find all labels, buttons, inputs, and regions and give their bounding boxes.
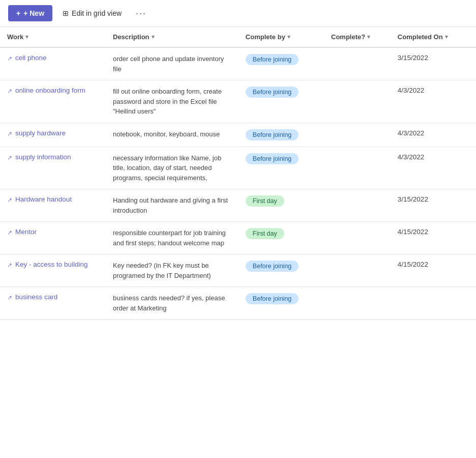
description-cell: Key needed? (in FK key must be programed… [106, 254, 239, 287]
table-row: ↗ cell phone order cell phone and update… [0, 47, 476, 80]
task-icon: ↗ [7, 88, 12, 95]
complete-by-badge: First day [246, 195, 284, 207]
more-icon: ··· [136, 8, 146, 18]
description-cell: fill out online onboarding form, create … [106, 80, 239, 123]
task-link[interactable]: online onboarding form [15, 87, 85, 94]
complete-by-badge: Before joining [246, 293, 299, 304]
task-icon: ↗ [7, 130, 12, 137]
table-row: ↗ supply information necessary informati… [0, 147, 476, 189]
work-sort-icon: ▾ [25, 34, 28, 40]
work-cell: ↗ business card [0, 287, 106, 320]
task-icon: ↗ [7, 262, 12, 269]
col-header-completed-on[interactable]: Completed On ▾ [391, 27, 476, 47]
work-cell: ↗ supply hardware [0, 123, 106, 147]
description-cell: business cards needed? if yes, please or… [106, 287, 239, 320]
complete-by-badge: Before joining [246, 153, 299, 164]
work-cell: ↗ cell phone [0, 47, 106, 80]
work-cell: ↗ supply information [0, 147, 106, 189]
completed-on-cell: 4/3/2022 [391, 80, 476, 123]
work-cell: ↗ Mentor [0, 222, 106, 254]
complete-cell [324, 80, 391, 123]
plus-icon: + [16, 9, 20, 17]
new-button[interactable]: + + New [8, 5, 52, 21]
completed-on-cell: 4/3/2022 [391, 123, 476, 147]
toolbar: + + New ⊞ Edit in grid view ··· [0, 0, 476, 27]
col-header-complete-by[interactable]: Complete by ▾ [239, 27, 324, 47]
complete-cell [324, 123, 391, 147]
task-icon: ↗ [7, 55, 12, 62]
task-icon: ↗ [7, 294, 12, 301]
complete-by-cell: Before joining [239, 47, 324, 80]
complete-cell [324, 147, 391, 189]
complete-by-cell: Before joining [239, 147, 324, 189]
work-cell: ↗ Hardware handout [0, 189, 106, 222]
complete-cell [324, 189, 391, 222]
completed-on-cell: 4/15/2022 [391, 222, 476, 254]
table-row: ↗ Hardware handout Handing out hardware … [0, 189, 476, 222]
table-row: ↗ online onboarding form fill out online… [0, 80, 476, 123]
edit-grid-button[interactable]: ⊞ Edit in grid view [58, 6, 126, 20]
col-header-description[interactable]: Description ▾ [106, 27, 239, 47]
work-cell: ↗ online onboarding form [0, 80, 106, 123]
complete-by-badge: Before joining [246, 261, 299, 272]
task-table: Work ▾ Description ▾ Complete by ▾ [0, 27, 476, 320]
task-link[interactable]: cell phone [15, 54, 47, 62]
completed-on-cell: 4/3/2022 [391, 147, 476, 189]
complete-cell [324, 254, 391, 287]
complete-cell [324, 47, 391, 80]
task-link[interactable]: supply hardware [15, 129, 66, 137]
table-body: ↗ cell phone order cell phone and update… [0, 47, 476, 320]
complete-by-cell: First day [239, 222, 324, 254]
more-options-button[interactable]: ··· [132, 6, 151, 21]
complete-by-cell: Before joining [239, 254, 324, 287]
complete-by-cell: Before joining [239, 123, 324, 147]
table-header: Work ▾ Description ▾ Complete by ▾ [0, 27, 476, 47]
new-label: + New [23, 9, 44, 17]
task-icon: ↗ [7, 229, 12, 236]
table-row: ↗ Key - access to building Key needed? (… [0, 254, 476, 287]
completed-on-cell: 4/15/2022 [391, 254, 476, 287]
completed-on-sort-icon: ▾ [445, 34, 448, 40]
complete-by-cell: Before joining [239, 80, 324, 123]
complete-by-sort-icon: ▾ [287, 34, 290, 40]
description-cell: notebook, monitor, keyboard, mouse [106, 123, 239, 147]
table-row: ↗ business card business cards needed? i… [0, 287, 476, 320]
completed-on-cell: 3/15/2022 [391, 189, 476, 222]
complete-by-badge: Before joining [246, 54, 299, 65]
task-link[interactable]: supply information [15, 153, 71, 161]
complete-by-cell: Before joining [239, 287, 324, 320]
table-row: ↗ supply hardware notebook, monitor, key… [0, 123, 476, 147]
complete-by-cell: First day [239, 189, 324, 222]
work-cell: ↗ Key - access to building [0, 254, 106, 287]
table-row: ↗ Mentor responsible counterpart for job… [0, 222, 476, 254]
task-link[interactable]: business card [15, 293, 57, 301]
col-header-work[interactable]: Work ▾ [0, 27, 106, 47]
complete-by-badge: Before joining [246, 129, 299, 140]
task-link[interactable]: Key - access to building [15, 261, 88, 268]
desc-sort-icon: ▾ [152, 34, 155, 40]
grid-icon: ⊞ [63, 9, 69, 17]
description-cell: Handing out hardware and giving a first … [106, 189, 239, 222]
complete-cell [324, 287, 391, 320]
task-table-container: Work ▾ Description ▾ Complete by ▾ [0, 27, 476, 320]
complete-sort-icon: ▾ [367, 34, 370, 40]
complete-by-badge: Before joining [246, 87, 299, 98]
task-link[interactable]: Hardware handout [15, 195, 72, 203]
col-header-complete[interactable]: Complete? ▾ [324, 27, 391, 47]
description-cell: order cell phone and update inventory fi… [106, 47, 239, 80]
task-icon: ↗ [7, 154, 12, 161]
completed-on-cell: 3/15/2022 [391, 47, 476, 80]
description-cell: necessary information like Name, job tit… [106, 147, 239, 189]
description-cell: responsible counterpart for job training… [106, 222, 239, 254]
task-icon: ↗ [7, 196, 12, 204]
complete-by-badge: First day [246, 228, 284, 239]
complete-cell [324, 222, 391, 254]
task-link[interactable]: Mentor [15, 228, 37, 236]
edit-grid-label: Edit in grid view [72, 9, 122, 17]
completed-on-cell [391, 287, 476, 320]
